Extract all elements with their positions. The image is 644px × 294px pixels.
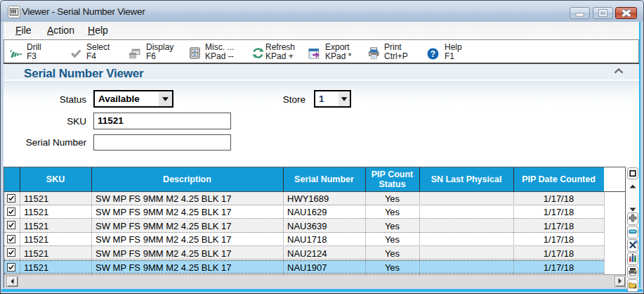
svg-text:?: ?: [431, 49, 435, 59]
